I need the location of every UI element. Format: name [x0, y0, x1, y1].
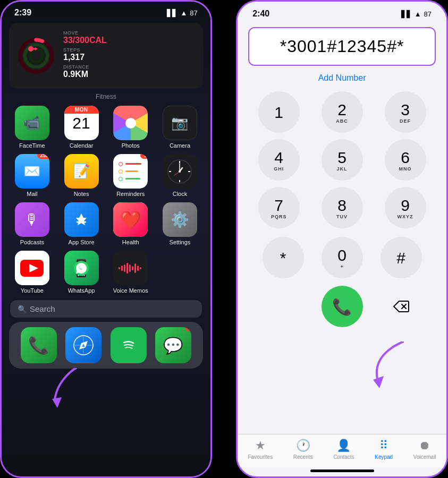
time-left: 2:39	[14, 8, 31, 18]
dial-key-8[interactable]: 8 TUV	[322, 187, 363, 228]
call-button[interactable]: 📞	[322, 286, 363, 327]
app-clock[interactable]: Clock	[158, 154, 202, 197]
dock-phone[interactable]: 📞	[21, 327, 57, 363]
dial-key-4[interactable]: 4 GHI	[258, 139, 300, 181]
activity-ring	[18, 37, 55, 74]
app-facetime[interactable]: 📹 FaceTime	[10, 106, 54, 149]
dial-key-5[interactable]: 5 JKL	[322, 139, 363, 181]
app-photos[interactable]: Photos	[108, 106, 153, 149]
dial-actions: * 0 + #	[238, 237, 446, 278]
tab-voicemail[interactable]: ⏺ Voicemail	[413, 439, 436, 460]
svg-rect-26	[137, 266, 139, 271]
app-notes[interactable]: 📝 Notes	[60, 154, 104, 197]
fitness-section-label: Fitness	[2, 93, 210, 100]
dial-key-star[interactable]: *	[263, 237, 304, 278]
search-bar[interactable]: 🔍 Search	[10, 300, 202, 318]
camera-icon: 📷	[163, 106, 197, 140]
signal-icon-right: ▋▋	[401, 10, 412, 18]
voicememos-label: Voice Memos	[113, 287, 148, 294]
dial-key-3[interactable]: 3 DEF	[385, 91, 426, 133]
mail-badge: 252	[37, 154, 49, 159]
app-camera[interactable]: 📷 Camera	[158, 106, 202, 149]
dial-key-9[interactable]: 9 WXYZ	[385, 187, 426, 228]
delete-button[interactable]	[381, 286, 422, 327]
arrow-left	[52, 368, 84, 413]
settings-label: Settings	[170, 239, 191, 245]
mail-label: Mail	[27, 191, 37, 197]
spacer-left	[263, 286, 304, 327]
contacts-label: Contacts	[333, 454, 354, 460]
recents-label: Recents	[293, 454, 313, 460]
svg-rect-23	[129, 264, 131, 272]
app-podcasts[interactable]: 🎙 Podcasts	[10, 202, 54, 245]
app-mail[interactable]: ✉️ 252 Mail	[10, 154, 54, 197]
reminders-label: Reminders	[116, 191, 145, 197]
app-youtube[interactable]: YouTube	[10, 251, 54, 294]
calendar-day: 21	[72, 114, 90, 133]
whatsapp-label: WhatsApp	[68, 287, 95, 294]
dial-number-display: *3001#12345#*	[260, 37, 424, 56]
health-icon: ❤️	[113, 202, 148, 237]
appstore-label: App Store	[69, 239, 95, 245]
dial-key-hash[interactable]: #	[381, 237, 422, 278]
dock-spotify[interactable]	[111, 327, 147, 363]
reminders-icon: 1	[113, 154, 148, 189]
messages-badge: 1	[185, 327, 191, 331]
dial-input[interactable]: *3001#12345#*	[248, 27, 436, 66]
tab-favourites[interactable]: ★ Favourites	[248, 439, 273, 460]
status-bar-left: 2:39 ▋▋ ▲ 87	[2, 2, 210, 20]
facetime-label: FaceTime	[19, 142, 45, 149]
dial-key-2[interactable]: 2 ABC	[322, 91, 363, 133]
steps-value: 1,317	[63, 53, 195, 62]
tab-recents[interactable]: 🕐 Recents	[293, 439, 313, 460]
dock-messages[interactable]: 💬 1	[155, 327, 191, 363]
app-calendar[interactable]: MON 21 Calendar	[60, 106, 104, 149]
dial-key-0[interactable]: 0 +	[322, 237, 363, 278]
search-icon: 🔍	[18, 305, 27, 313]
favourites-icon: ★	[255, 439, 266, 453]
signal-icon: ▋▋	[167, 9, 177, 17]
status-bar-right: 2:40 ▋▋ ▲ 87	[238, 2, 446, 21]
svg-rect-22	[126, 263, 128, 274]
status-icons-left: ▋▋ ▲ 87	[167, 9, 197, 17]
app-settings[interactable]: ⚙️ Settings	[158, 202, 202, 245]
add-number-link[interactable]: Add Number	[238, 69, 446, 89]
dock: 📞 💬 1	[9, 322, 203, 369]
app-whatsapp[interactable]: 📱 WhatsApp	[60, 251, 104, 294]
app-reminders[interactable]: 1 Reminders	[108, 154, 153, 197]
tab-bar: ★ Favourites 🕐 Recents 👤 Contacts ⠿ Keyp…	[238, 434, 446, 467]
app-health[interactable]: ❤️ Health	[108, 202, 153, 245]
dial-key-7[interactable]: 7 PQRS	[258, 187, 300, 228]
dial-key-1[interactable]: 1	[258, 91, 300, 133]
app-appstore[interactable]: App Store	[60, 202, 104, 245]
voicememos-icon	[113, 251, 148, 285]
wifi-icon-right: ▲	[415, 10, 421, 18]
tab-keypad[interactable]: ⠿ Keypad	[375, 439, 393, 460]
calendar-label: Calendar	[70, 142, 94, 149]
home-indicator-right	[310, 470, 374, 472]
app-voicememos[interactable]: Voice Memos	[108, 251, 153, 294]
steps-label: STEPS	[63, 47, 195, 53]
calendar-icon: MON 21	[64, 106, 99, 140]
dock-safari[interactable]	[65, 327, 102, 363]
clock-label: Clock	[173, 191, 188, 197]
facetime-icon: 📹	[15, 106, 49, 140]
app-grid: 📹 FaceTime MON 21 Calendar Photos 📷	[2, 104, 210, 296]
svg-rect-19	[119, 267, 120, 269]
tab-contacts[interactable]: 👤 Contacts	[333, 439, 354, 460]
svg-point-15	[179, 170, 181, 173]
reminders-badge: 1	[140, 154, 148, 159]
svg-marker-37	[373, 376, 384, 388]
youtube-label: YouTube	[21, 287, 44, 294]
notes-icon: 📝	[64, 154, 99, 189]
status-icons-right: ▋▋ ▲ 87	[401, 10, 432, 18]
arrow-right	[361, 342, 404, 391]
fitness-widget[interactable]: MOVE 33/300CAL STEPS 1,317 DISTANCE 0.9K…	[9, 23, 203, 89]
notes-label: Notes	[74, 191, 89, 197]
voicemail-icon: ⏺	[419, 439, 430, 453]
svg-point-34	[120, 336, 138, 354]
right-phone: 2:40 ▋▋ ▲ 87 *3001#12345#* Add Number 1 …	[236, 0, 448, 478]
wifi-icon: ▲	[180, 9, 187, 17]
dial-key-6[interactable]: 6 MNO	[385, 139, 426, 181]
settings-icon: ⚙️	[163, 202, 197, 237]
